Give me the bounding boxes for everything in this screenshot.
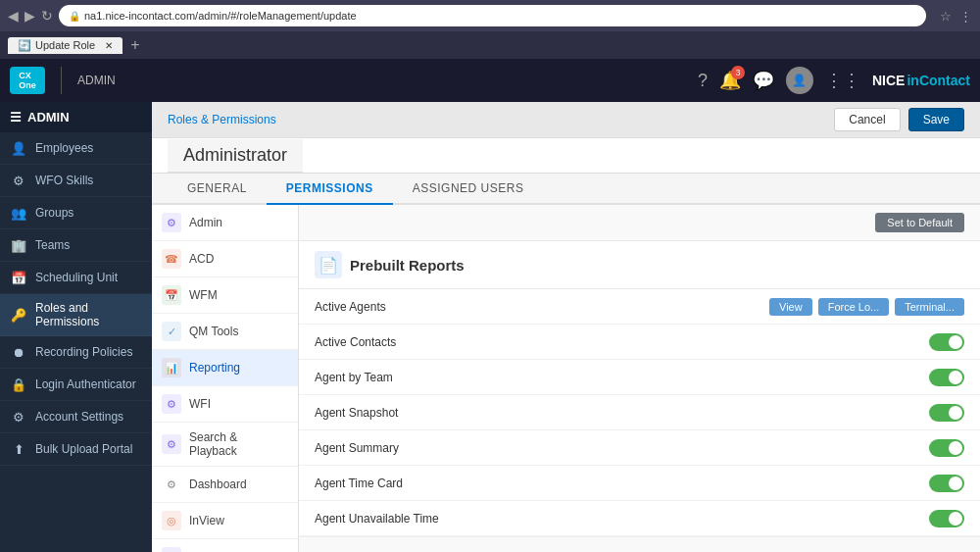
tab-close[interactable]: ✕ bbox=[105, 40, 113, 51]
toggle-agent_unavailable_time[interactable] bbox=[929, 510, 964, 527]
left-nav-icon-qm_tools: ✓ bbox=[162, 322, 181, 341]
permissions-table: Active Agents View Force Lo... Terminal.… bbox=[299, 289, 980, 552]
left-nav-icon-inview: ◎ bbox=[162, 511, 181, 530]
btn-force-active_agents[interactable]: Force Lo... bbox=[818, 298, 890, 316]
perm-name-agent_summary: Agent Summary bbox=[315, 441, 929, 455]
cancel-button[interactable]: Cancel bbox=[834, 108, 900, 131]
help-icon[interactable]: ? bbox=[698, 71, 708, 91]
toggle-agent_snapshot[interactable] bbox=[929, 404, 964, 422]
toggle-agent_time_card[interactable] bbox=[929, 475, 964, 492]
left-nav-label-qm_tools: QM Tools bbox=[189, 325, 238, 338]
left-nav-pm[interactable]: ⚙ PM bbox=[152, 539, 298, 552]
refresh-button[interactable]: ↻ bbox=[41, 8, 53, 24]
sidebar-icon-scheduling_unit: 📅 bbox=[10, 269, 27, 286]
left-nav-label-search_playback: Search & Playback bbox=[189, 430, 288, 458]
perm-controls-agent_time_card bbox=[929, 475, 964, 492]
sidebar-label-account_settings: Account Settings bbox=[35, 410, 123, 424]
toggle-agent_by_team[interactable] bbox=[929, 369, 964, 386]
sidebar-icon-roles_permissions: 🔑 bbox=[10, 306, 27, 324]
btn-terminal-active_agents[interactable]: Terminal... bbox=[895, 298, 964, 316]
sidebar-collapse-icon[interactable]: ☰ bbox=[10, 110, 22, 125]
messages-icon[interactable]: 💬 bbox=[753, 70, 774, 91]
left-nav-acd[interactable]: ☎ ACD bbox=[152, 241, 298, 277]
tab-permissions[interactable]: PERMISSIONS bbox=[267, 174, 393, 205]
breadcrumb-links: Roles & Permissions bbox=[168, 113, 276, 126]
header-right: ? 🔔 3 💬 👤 ⋮⋮ NICE inContact bbox=[698, 67, 970, 94]
header-divider bbox=[61, 67, 62, 94]
tab-assigned-users[interactable]: ASSIGNED USERS bbox=[393, 174, 544, 205]
left-nav-label-reporting: Reporting bbox=[189, 361, 240, 375]
perm-name-active_agents: Active Agents bbox=[315, 300, 769, 314]
sidebar-icon-employees: 👤 bbox=[10, 139, 27, 157]
left-nav-panel: ⚙ Admin ☎ ACD 📅 WFM ✓ QM Tools 📊 Reporti… bbox=[152, 205, 299, 552]
sidebar-item-bulk_upload_portal[interactable]: ⬆ Bulk Upload Portal bbox=[0, 433, 152, 466]
perm-controls-agent_summary bbox=[929, 439, 964, 457]
browser-chrome: ◀ ▶ ↻ 🔒 na1.nice-incontact.com/admin/#/r… bbox=[0, 0, 980, 31]
sidebar-item-roles_permissions[interactable]: 🔑 Roles and Permissions bbox=[0, 294, 152, 336]
left-nav-label-wfm: WFM bbox=[189, 288, 218, 302]
left-nav-dashboard[interactable]: ⚙ Dashboard bbox=[152, 467, 298, 503]
tab-label: Update Role bbox=[35, 39, 95, 51]
btn-view-active_agents[interactable]: View bbox=[769, 298, 812, 316]
back-button[interactable]: ◀ bbox=[8, 8, 19, 24]
sidebar-header: ☰ ADMIN bbox=[0, 102, 152, 132]
sidebar-label-wfo_skills: WFO Skills bbox=[35, 174, 93, 187]
toggle-active_contacts[interactable] bbox=[929, 333, 964, 351]
sidebar: ☰ ADMIN 👤 Employees ⚙ WFO Skills 👥 Group… bbox=[0, 102, 152, 552]
report-section-header: 📄 Prebuilt Reports bbox=[299, 241, 980, 289]
sidebar-label-groups: Groups bbox=[35, 206, 74, 220]
toggle-agent_summary[interactable] bbox=[929, 439, 964, 457]
left-nav-search_playback[interactable]: ⚙ Search & Playback bbox=[152, 423, 298, 467]
user-avatar[interactable]: 👤 bbox=[786, 67, 813, 94]
left-nav-wfi[interactable]: ⚙ WFI bbox=[152, 386, 298, 423]
nice-logo: NICE inContact bbox=[872, 73, 970, 88]
sidebar-label-bulk_upload_portal: Bulk Upload Portal bbox=[35, 442, 132, 456]
bookmark-icon[interactable]: ☆ bbox=[940, 9, 952, 24]
left-nav-qm_tools[interactable]: ✓ QM Tools bbox=[152, 314, 298, 350]
perm-controls-active_agents: View Force Lo... Terminal... bbox=[769, 298, 964, 316]
sidebar-admin-label: ADMIN bbox=[27, 110, 70, 125]
sidebar-label-teams: Teams bbox=[35, 238, 70, 252]
forward-button[interactable]: ▶ bbox=[24, 8, 35, 24]
menu-icon[interactable]: ⋮ bbox=[959, 9, 972, 24]
breadcrumb-roles-link[interactable]: Roles & Permissions bbox=[168, 113, 276, 126]
main-area: ☰ ADMIN 👤 Employees ⚙ WFO Skills 👥 Group… bbox=[0, 102, 980, 552]
left-nav-icon-search_playback: ⚙ bbox=[162, 434, 181, 454]
perm-name-agent_by_team: Agent by Team bbox=[315, 371, 929, 384]
report-icon-char: 📄 bbox=[318, 256, 338, 275]
set-to-default-button[interactable]: Set to Default bbox=[875, 213, 964, 232]
perm-controls-agent_snapshot bbox=[929, 404, 964, 422]
lock-icon: 🔒 bbox=[69, 11, 80, 22]
sidebar-item-groups[interactable]: 👥 Groups bbox=[0, 197, 152, 229]
perm-row-agent_summary: Agent Summary bbox=[299, 430, 980, 466]
browser-tab-bar: 🔄 Update Role ✕ + bbox=[0, 31, 980, 59]
sidebar-item-wfo_skills[interactable]: ⚙ WFO Skills bbox=[0, 165, 152, 197]
sidebar-item-scheduling_unit[interactable]: 📅 Scheduling Unit bbox=[0, 262, 152, 294]
notifications-icon[interactable]: 🔔 3 bbox=[719, 70, 741, 91]
sidebar-icon-login_authenticator: 🔒 bbox=[10, 376, 27, 393]
left-nav-icon-dashboard: ⚙ bbox=[162, 475, 181, 494]
sidebar-icon-account_settings: ⚙ bbox=[10, 408, 27, 426]
sidebar-item-employees[interactable]: 👤 Employees bbox=[0, 132, 152, 165]
perm-controls-agent_unavailable_time bbox=[929, 510, 964, 527]
sidebar-item-teams[interactable]: 🏢 Teams bbox=[0, 229, 152, 262]
left-nav-icon-acd: ☎ bbox=[162, 249, 181, 269]
sidebar-item-account_settings[interactable]: ⚙ Account Settings bbox=[0, 401, 152, 433]
save-button[interactable]: Save bbox=[908, 108, 964, 131]
sidebar-label-login_authenticator: Login Authenticator bbox=[35, 377, 136, 391]
apps-icon[interactable]: ⋮⋮ bbox=[825, 70, 860, 91]
left-nav-admin[interactable]: ⚙ Admin bbox=[152, 205, 298, 241]
sidebar-item-login_authenticator[interactable]: 🔒 Login Authenticator bbox=[0, 369, 152, 401]
tab-general[interactable]: GENERAL bbox=[168, 174, 267, 205]
new-tab-button[interactable]: + bbox=[130, 36, 139, 54]
left-nav-reporting[interactable]: 📊 Reporting bbox=[152, 350, 298, 386]
sidebar-icon-bulk_upload_portal: ⬆ bbox=[10, 440, 27, 458]
left-nav-wfm[interactable]: 📅 WFM bbox=[152, 277, 298, 314]
cxone-logo: CXOne bbox=[10, 67, 45, 94]
page-title-bar: Administrator bbox=[152, 138, 980, 174]
left-nav-label-admin: Admin bbox=[189, 216, 222, 229]
browser-tab[interactable]: 🔄 Update Role ✕ bbox=[8, 37, 122, 54]
sidebar-item-recording_policies[interactable]: ⏺ Recording Policies bbox=[0, 336, 152, 369]
left-nav-inview[interactable]: ◎ InView bbox=[152, 503, 298, 539]
address-bar[interactable]: 🔒 na1.nice-incontact.com/admin/#/roleMan… bbox=[59, 5, 926, 26]
